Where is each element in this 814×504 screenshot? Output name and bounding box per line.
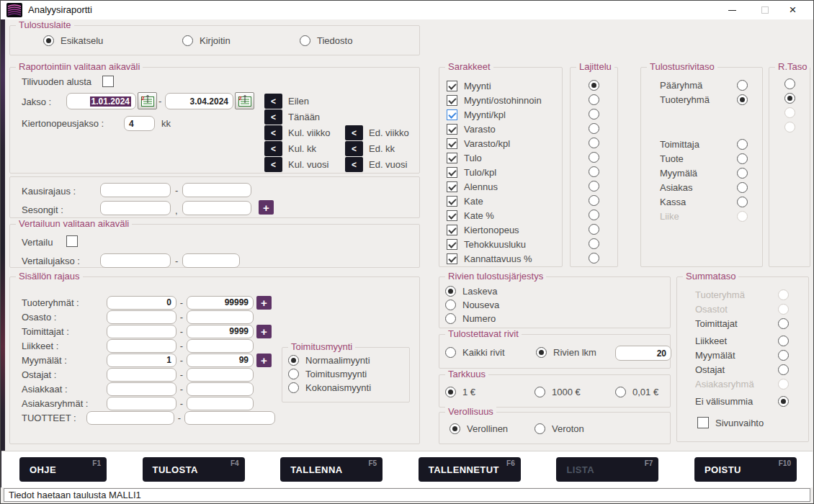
sort-radio[interactable] — [589, 123, 599, 134]
turnover-period-input[interactable]: 4 — [124, 116, 155, 131]
filter-from-input[interactable]: 0 — [107, 296, 176, 310]
row-level-option[interactable]: Asiakas — [641, 180, 762, 194]
rtaso-radio[interactable] — [784, 107, 795, 118]
output-option-kirjoitin[interactable]: Kirjoitin — [182, 35, 231, 46]
radio-icon[interactable] — [445, 286, 456, 297]
column-option[interactable]: Tulo/kpl — [447, 165, 542, 179]
quick-range-button[interactable]: < — [264, 157, 282, 172]
column-checkbox[interactable] — [447, 153, 457, 163]
action-button[interactable]: TULOSTA F4 — [143, 457, 245, 482]
sum-level-option[interactable]: Osastot — [677, 302, 808, 316]
radio-icon[interactable] — [737, 168, 748, 179]
sort-radio[interactable] — [589, 166, 599, 177]
filter-to-input[interactable]: 99999 — [187, 296, 254, 310]
calendar-picker-button[interactable]: 2 — [235, 92, 254, 109]
toimitusmyynti-option[interactable]: Toimitusmyynti — [288, 369, 371, 379]
filter-to-input[interactable] — [187, 310, 254, 324]
column-checkbox[interactable] — [447, 167, 457, 178]
sum-level-option[interactable]: Ostajat — [677, 362, 808, 377]
sesongit-input-1[interactable] — [100, 201, 171, 215]
quick-range-button[interactable]: < — [264, 125, 282, 140]
radio-icon[interactable] — [778, 289, 789, 300]
sivunvaihto-checkbox[interactable] — [697, 417, 709, 428]
order-option[interactable]: Numero — [445, 313, 499, 324]
filter-to-input[interactable] — [187, 339, 254, 353]
calendar-picker-button[interactable]: 2 — [138, 92, 157, 109]
filter-from-input[interactable] — [107, 368, 176, 382]
period-to-input[interactable]: 3.04.2024 — [165, 93, 233, 109]
action-button[interactable]: POISTU F10 — [694, 457, 797, 482]
radio-icon[interactable] — [778, 379, 789, 390]
add-sesonki-button[interactable]: + — [259, 200, 274, 215]
column-checkbox[interactable] — [447, 81, 457, 91]
sum-level-option[interactable]: Tuoteryhmä — [677, 287, 808, 302]
sort-radio[interactable] — [589, 80, 599, 91]
column-option[interactable]: Tehokkuusluku — [447, 237, 542, 251]
add-filter-button[interactable]: + — [256, 296, 272, 310]
radio-icon[interactable] — [737, 182, 748, 193]
output-option-tiedosto[interactable]: Tiedosto — [300, 35, 352, 46]
quick-range-button[interactable]: < — [264, 109, 282, 125]
action-button[interactable]: TALLENNA F5 — [280, 457, 383, 482]
order-option[interactable]: Laskeva — [445, 286, 499, 297]
radio-icon[interactable] — [778, 364, 789, 375]
quick-range-button[interactable]: < — [345, 157, 363, 172]
column-option[interactable]: Myynti/kpl — [447, 107, 542, 122]
rtaso-radio[interactable] — [784, 93, 795, 104]
filter-from-input[interactable] — [86, 411, 174, 425]
radio-icon[interactable] — [778, 336, 789, 346]
column-option[interactable]: Myynti/ostohinnoin — [447, 93, 542, 107]
radio-icon[interactable] — [445, 300, 456, 310]
filter-to-input[interactable] — [187, 368, 254, 382]
column-checkbox[interactable] — [447, 109, 457, 120]
column-checkbox[interactable] — [447, 181, 457, 192]
rtaso-radio[interactable] — [784, 122, 795, 132]
tarkkuus-option-001[interactable]: 0,01 € — [615, 387, 658, 397]
toimitusmyynti-option[interactable]: Normaalimyynti — [288, 355, 371, 366]
column-checkbox[interactable] — [447, 239, 457, 250]
radio-icon[interactable] — [288, 355, 299, 366]
sort-radio[interactable] — [589, 94, 599, 105]
sort-radio[interactable] — [589, 181, 599, 192]
radio-icon[interactable] — [737, 80, 748, 91]
veroton-option[interactable]: Veroton — [535, 423, 584, 434]
kausirajaus-from-input[interactable] — [100, 183, 171, 197]
sum-level-option[interactable]: Myymälät — [677, 348, 808, 362]
sort-radio[interactable] — [589, 138, 599, 148]
action-button[interactable]: TALLENNETUT F6 — [419, 457, 521, 482]
filter-from-input[interactable]: 1 — [107, 354, 176, 367]
sort-radio[interactable] — [589, 224, 599, 235]
sum-level-option[interactable]: Liikkeet — [677, 333, 808, 348]
column-checkbox[interactable] — [447, 210, 457, 221]
radio-icon[interactable] — [445, 313, 456, 324]
sum-level-option[interactable]: Ei välisummia — [677, 394, 808, 408]
radio-icon[interactable] — [445, 387, 456, 397]
radio-icon[interactable] — [737, 211, 748, 222]
sum-level-option[interactable]: Asiakasryhmä — [677, 377, 808, 391]
radio-icon[interactable] — [778, 396, 789, 407]
sesongit-input-2[interactable] — [182, 201, 251, 215]
filter-to-input[interactable] — [187, 382, 254, 396]
action-button[interactable]: LISTA F7 — [556, 457, 658, 482]
filter-from-input[interactable] — [107, 397, 176, 410]
row-level-option[interactable]: Kassa — [641, 194, 762, 209]
radio-icon[interactable] — [535, 423, 545, 434]
add-filter-button[interactable]: + — [256, 325, 272, 338]
filter-from-input[interactable] — [107, 310, 176, 324]
vertailujakso-to-input[interactable] — [182, 253, 240, 268]
close-button[interactable]: × — [777, 1, 809, 19]
order-option[interactable]: Nouseva — [445, 300, 499, 310]
radio-icon[interactable] — [288, 369, 299, 379]
row-level-option[interactable]: Myymälä — [641, 166, 762, 180]
filter-from-input[interactable] — [107, 325, 176, 338]
row-level-option[interactable]: Pääryhmä — [641, 78, 762, 92]
sort-radio[interactable] — [589, 109, 599, 120]
row-level-option[interactable]: Toimittaja — [641, 137, 762, 151]
row-level-option[interactable]: Tuote — [641, 151, 762, 166]
verollinen-option[interactable]: Verollinen — [450, 423, 508, 434]
column-checkbox[interactable] — [447, 124, 457, 135]
radio-icon[interactable] — [536, 347, 547, 358]
filter-to-input[interactable] — [184, 411, 275, 425]
sort-radio[interactable] — [589, 195, 599, 206]
quick-range-button[interactable]: < — [345, 125, 363, 140]
